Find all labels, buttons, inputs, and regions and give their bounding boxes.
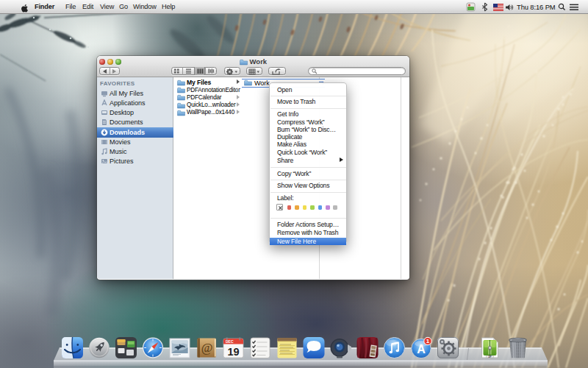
svg-text:@: @ [201,341,213,355]
svg-text:1: 1 [426,338,430,344]
svg-text:19: 19 [227,346,239,358]
svg-text:ZIP: ZIP [488,355,491,358]
